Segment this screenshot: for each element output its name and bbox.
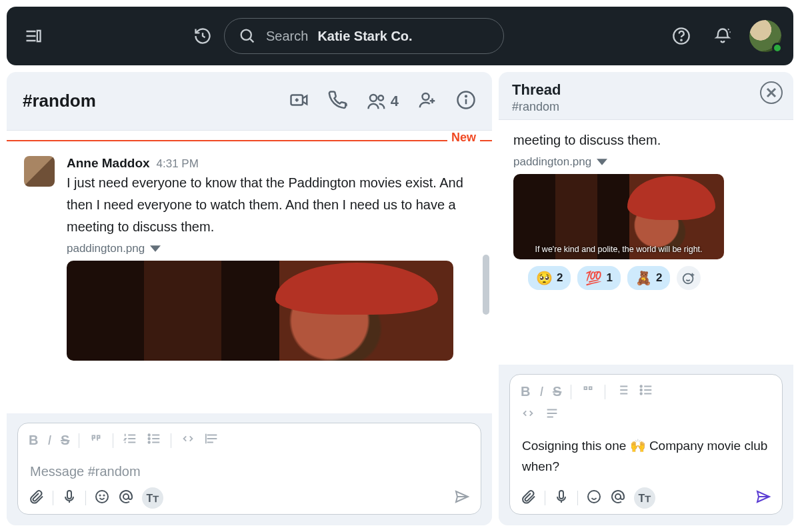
thread-snippet: meeting to discuss them.	[513, 128, 779, 151]
user-avatar[interactable]	[749, 20, 781, 52]
format-toolbar: B I S	[521, 381, 771, 406]
message-body: I just need everyone to know that the Pa…	[67, 171, 475, 238]
format-toggle-icon[interactable]: Tᴛ	[142, 487, 163, 509]
quote-icon[interactable]	[581, 383, 595, 401]
search-prefix: Search	[266, 29, 308, 44]
ordered-list-icon[interactable]	[615, 383, 629, 401]
svg-point-20	[641, 389, 643, 391]
whats-new-icon[interactable]	[708, 21, 737, 51]
svg-point-19	[641, 385, 643, 387]
svg-point-9	[465, 95, 467, 97]
audio-icon[interactable]	[61, 489, 77, 507]
svg-point-1	[241, 30, 251, 40]
scrollbar[interactable]	[483, 255, 489, 315]
mention-icon[interactable]	[118, 489, 134, 507]
italic-icon[interactable]: I	[47, 433, 51, 448]
bullet-list-icon[interactable]	[639, 383, 653, 401]
thread-image-attachment[interactable]: If we're kind and polite, the world will…	[513, 174, 724, 259]
search-input[interactable]: Search Katie Stark Co.	[224, 18, 504, 54]
send-button[interactable]	[755, 489, 771, 507]
member-count[interactable]: 4	[367, 91, 399, 111]
thread-attachment-name[interactable]: paddington.png	[513, 151, 779, 169]
codeblock-icon[interactable]	[545, 406, 559, 424]
thread-composer-text[interactable]: Cosigning this one 🙌 Company movie club …	[521, 429, 771, 483]
mention-icon[interactable]	[610, 489, 626, 507]
svg-point-16	[103, 495, 104, 495]
attach-icon[interactable]	[521, 489, 537, 507]
channel-title[interactable]: #random	[23, 91, 96, 111]
emoji-icon[interactable]	[94, 489, 110, 507]
thread-composer: B I S Cosigning this one 🙌 Company movie…	[509, 374, 783, 515]
message-composer: B I S	[17, 423, 481, 515]
svg-rect-13	[67, 491, 71, 499]
codeblock-icon[interactable]	[205, 431, 219, 449]
strike-icon[interactable]: S	[61, 433, 69, 448]
panel-toggle-icon[interactable]	[19, 21, 48, 51]
channel-panel: #random 4 New Anne Maddox 4:31 PM I just…	[7, 72, 492, 525]
svg-point-12	[149, 441, 151, 443]
start-call-icon[interactable]	[328, 90, 348, 113]
close-thread-button[interactable]	[760, 81, 783, 104]
chevron-down-icon	[150, 243, 161, 254]
attach-icon[interactable]	[29, 489, 45, 507]
strike-icon[interactable]: S	[553, 384, 561, 399]
chevron-down-icon	[597, 157, 607, 167]
send-button[interactable]	[454, 489, 470, 507]
quote-icon[interactable]	[89, 431, 103, 449]
svg-point-14	[96, 491, 108, 503]
top-nav: Search Katie Stark Co.	[7, 7, 793, 65]
composer-input[interactable]	[29, 455, 470, 483]
help-icon[interactable]	[667, 21, 696, 51]
format-toggle-icon[interactable]: Tᴛ	[634, 487, 655, 509]
thread-panel: Thread #random meeting to discuss them. …	[499, 72, 793, 525]
thread-subtitle[interactable]: #random	[512, 99, 780, 114]
search-icon	[238, 27, 257, 45]
svg-rect-0	[37, 31, 41, 41]
svg-point-6	[378, 95, 383, 101]
svg-point-5	[370, 95, 377, 101]
bold-icon[interactable]: B	[29, 433, 38, 448]
ordered-list-icon[interactable]	[123, 431, 137, 449]
channel-info-icon[interactable]	[456, 90, 476, 113]
italic-icon[interactable]: I	[539, 384, 543, 399]
attachment-name[interactable]: paddington.png	[67, 238, 475, 255]
add-reaction-button[interactable]	[677, 266, 701, 290]
format-toolbar: B I S	[29, 430, 470, 455]
svg-point-17	[123, 494, 129, 499]
svg-point-23	[588, 491, 600, 503]
message-time: 4:31 PM	[157, 157, 199, 171]
svg-point-24	[615, 494, 621, 499]
svg-point-3	[681, 39, 681, 40]
reaction[interactable]: 💯1	[577, 266, 620, 290]
svg-point-15	[99, 495, 100, 495]
image-attachment[interactable]	[67, 261, 453, 361]
code-icon[interactable]	[521, 406, 535, 424]
svg-point-7	[423, 93, 429, 100]
channel-header: #random 4	[7, 72, 492, 131]
svg-rect-22	[559, 491, 563, 499]
thread-title: Thread	[512, 81, 780, 99]
bullet-list-icon[interactable]	[147, 431, 161, 449]
reaction[interactable]: 🥺2	[528, 266, 571, 290]
author-name[interactable]: Anne Maddox	[67, 156, 150, 171]
code-icon[interactable]	[181, 431, 195, 449]
svg-point-21	[641, 393, 643, 395]
message-list: New Anne Maddox 4:31 PM I just need ever…	[7, 131, 492, 413]
reactions-row: 🥺2 💯1 🧸2	[513, 259, 779, 290]
image-caption: If we're kind and polite, the world will…	[513, 245, 724, 255]
audio-icon[interactable]	[553, 489, 569, 507]
thread-header: Thread #random	[499, 72, 793, 120]
author-avatar[interactable]	[24, 156, 55, 187]
presence-dot	[772, 43, 783, 53]
add-member-icon[interactable]	[417, 90, 437, 113]
new-messages-divider: New	[7, 131, 492, 149]
svg-point-11	[149, 438, 151, 440]
reaction[interactable]: 🧸2	[627, 266, 670, 290]
message: Anne Maddox 4:31 PM I just need everyone…	[7, 149, 492, 361]
bold-icon[interactable]: B	[521, 384, 530, 399]
start-video-icon[interactable]	[289, 90, 309, 113]
history-icon[interactable]	[188, 21, 217, 51]
search-workspace: Katie Stark Co.	[317, 29, 412, 44]
svg-point-10	[149, 434, 151, 436]
emoji-icon[interactable]	[586, 489, 602, 507]
